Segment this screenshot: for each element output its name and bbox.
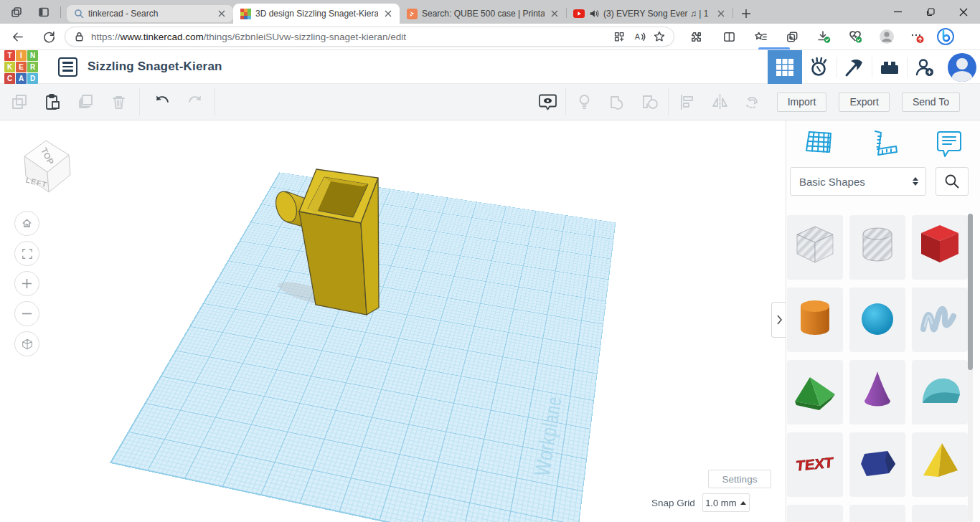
- shape-cone[interactable]: [849, 360, 905, 424]
- snap-grid-label: Snap Grid: [651, 498, 695, 508]
- tinkercad-header: T I N K E R C A D Sizzling Snaget-Kieran: [0, 50, 980, 84]
- settings-button[interactable]: Settings: [708, 470, 771, 488]
- shape-pyramid[interactable]: [912, 432, 968, 497]
- shape-polygon[interactable]: [849, 432, 905, 497]
- sim-lab-button[interactable]: [802, 50, 837, 84]
- tab-close-icon[interactable]: [382, 8, 394, 19]
- notes-visibility-button[interactable]: [531, 87, 564, 116]
- address-bar[interactable]: https://www.tinkercad.com/things/6zbnlei…: [65, 27, 674, 47]
- editor-toolbar: Import Export Send To: [0, 84, 980, 120]
- brick-export-button[interactable]: [872, 50, 907, 84]
- import-button[interactable]: Import: [777, 92, 827, 112]
- titlebar-divider: [60, 6, 61, 18]
- shape-scribble[interactable]: [912, 288, 968, 352]
- redo-button[interactable]: [179, 87, 212, 116]
- 3d-viewport[interactable]: Workplane: [0, 120, 786, 522]
- copilot-icon[interactable]: [934, 26, 957, 47]
- shape-tile-partial[interactable]: [912, 505, 968, 522]
- delete-button[interactable]: [102, 87, 135, 116]
- tab-youtube[interactable]: (3) EVERY Song Ever ♫ | 1: [566, 4, 732, 24]
- group-button[interactable]: [600, 87, 633, 116]
- perspective-toggle-button[interactable]: [14, 331, 39, 356]
- notes-tool-icon[interactable]: [934, 129, 963, 159]
- search-favicon: [74, 9, 84, 19]
- shape-search-button[interactable]: [936, 167, 969, 196]
- panel-scrollbar[interactable]: [968, 214, 973, 522]
- favorite-star-icon[interactable]: [649, 27, 669, 46]
- restore-button[interactable]: [914, 0, 947, 24]
- profile-avatar[interactable]: [875, 26, 898, 47]
- show-all-button[interactable]: [567, 87, 600, 116]
- toggle-workplane-tool-icon[interactable]: [804, 129, 835, 159]
- lock-icon[interactable]: [74, 31, 85, 42]
- snap-magnet-button[interactable]: [736, 87, 769, 116]
- dropdown-up-icon: [740, 501, 746, 505]
- read-aloud-icon[interactable]: A: [629, 27, 649, 46]
- snap-grid-select[interactable]: 1.0 mm: [702, 493, 750, 512]
- shape-round-roof[interactable]: [912, 360, 968, 424]
- downloads-icon[interactable]: [812, 26, 835, 47]
- collections-icon[interactable]: [781, 26, 804, 47]
- shape-category-select[interactable]: Basic Shapes: [790, 167, 926, 196]
- apps-icon[interactable]: [609, 27, 629, 46]
- extensions-icon[interactable]: [684, 26, 707, 47]
- align-button[interactable]: [670, 87, 703, 116]
- mirror-button[interactable]: [703, 87, 736, 116]
- tab-title: (3) EVERY Song Ever ♫ | 1: [603, 9, 711, 19]
- paste-button[interactable]: [36, 87, 69, 116]
- duplicate-button[interactable]: [69, 87, 102, 116]
- fit-view-button[interactable]: [14, 241, 39, 266]
- send-to-button[interactable]: Send To: [902, 92, 960, 112]
- copy-button[interactable]: [3, 87, 36, 116]
- ungroup-button[interactable]: [633, 87, 666, 116]
- tab-title: 3D design Sizzling Snaget-Kieran: [255, 9, 378, 19]
- panel-scrollbar-thumb[interactable]: [968, 214, 973, 370]
- shape-tile-partial[interactable]: [849, 505, 905, 522]
- tab-search[interactable]: tinkercad - Search: [67, 5, 233, 22]
- view-cube[interactable]: TOP LEFT: [14, 132, 79, 198]
- tab-actions-icon[interactable]: [33, 3, 55, 22]
- account-avatar[interactable]: [948, 53, 976, 82]
- ruler-tool-icon[interactable]: [870, 129, 900, 159]
- mode-3d-design-button[interactable]: [768, 50, 802, 84]
- undo-button[interactable]: [146, 87, 179, 116]
- workspaces-icon[interactable]: [6, 3, 27, 22]
- zoom-in-button[interactable]: [14, 271, 39, 296]
- minimize-button[interactable]: [881, 0, 914, 24]
- shape-text[interactable]: TEXT: [787, 432, 843, 497]
- favorites-icon[interactable]: [749, 26, 772, 47]
- browser-essentials-icon[interactable]: [844, 26, 867, 47]
- home-view-button[interactable]: [14, 211, 39, 236]
- tab-close-icon[interactable]: [549, 8, 560, 19]
- tab-printables[interactable]: Search: QUBE 500 case | Printabl: [400, 4, 566, 24]
- new-tab-button[interactable]: [737, 4, 755, 23]
- export-button[interactable]: Export: [839, 92, 889, 112]
- workplane-grid[interactable]: [110, 172, 616, 522]
- shape-tile-partial[interactable]: [787, 505, 843, 522]
- shape-cylinder-hole[interactable]: [849, 215, 905, 280]
- audio-playing-icon[interactable]: [589, 9, 599, 19]
- tinkercad-logo[interactable]: T I N K E R C A D: [4, 50, 38, 84]
- shape-sphere[interactable]: [849, 288, 905, 352]
- minecraft-export-button[interactable]: [837, 50, 872, 84]
- design-title[interactable]: Sizzling Snaget-Kieran: [88, 60, 222, 74]
- url-text: https://www.tinkercad.com/things/6zbnlei…: [91, 32, 609, 42]
- settings-more-icon[interactable]: [905, 26, 928, 47]
- shape-roof[interactable]: [787, 360, 843, 424]
- refresh-button[interactable]: [37, 26, 60, 47]
- shapes-panel: Basic Shapes: [786, 120, 980, 522]
- back-button[interactable]: [6, 26, 29, 47]
- shape-box[interactable]: [912, 215, 968, 280]
- zoom-out-button[interactable]: [14, 301, 39, 326]
- shape-cylinder[interactable]: [787, 288, 843, 352]
- tinkercad-favicon: [240, 9, 251, 19]
- split-screen-icon[interactable]: [717, 26, 740, 47]
- design-properties-icon[interactable]: [58, 57, 77, 77]
- tab-tinkercad-design[interactable]: 3D design Sizzling Snaget-Kieran: [233, 4, 400, 24]
- invite-collaborator-icon[interactable]: [908, 50, 942, 84]
- panel-collapse-handle[interactable]: [771, 302, 786, 338]
- tab-close-icon[interactable]: [216, 8, 227, 19]
- close-window-button[interactable]: [947, 0, 980, 24]
- shape-box-hole[interactable]: [787, 215, 843, 280]
- tab-close-icon[interactable]: [715, 8, 727, 19]
